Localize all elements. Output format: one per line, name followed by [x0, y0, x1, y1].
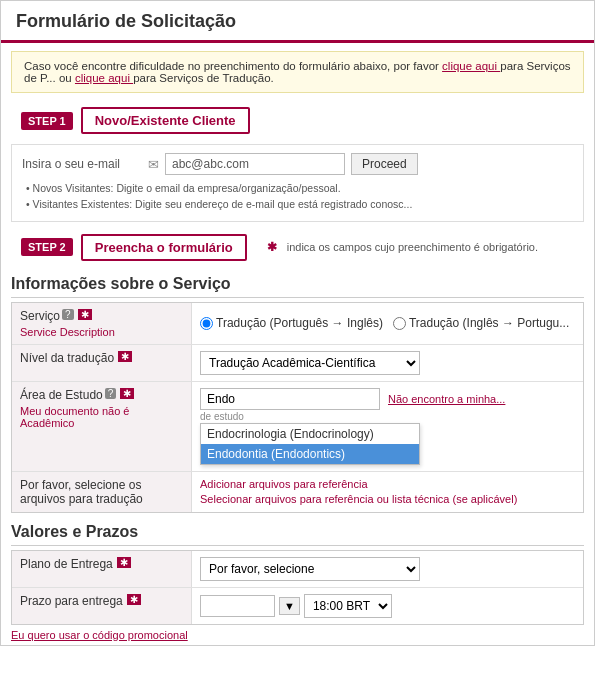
- de-estudo-hint: de estudo: [200, 411, 575, 422]
- email-hints: • Novos Visitantes: Digite o email da em…: [26, 181, 573, 213]
- label-nivel: Nível da tradução: [20, 351, 114, 365]
- help-icon-area[interactable]: ?: [105, 388, 117, 399]
- not-academic-link[interactable]: Meu documento não é Acadêmico: [20, 405, 183, 429]
- banner-link2[interactable]: clique aqui: [75, 72, 133, 84]
- page-title: Formulário de Solicitação: [16, 11, 579, 32]
- email-icon: ✉: [148, 157, 159, 172]
- step2-header-inner: STEP 2 Preencha o formulário: [11, 228, 257, 267]
- banner-text-after: para Serviços de Tradução.: [133, 72, 274, 84]
- file-links: Adicionar arquivos para referência Selec…: [200, 478, 575, 505]
- email-row: Insira o seu e-mail ✉ Proceed: [22, 153, 573, 175]
- service-description-link[interactable]: Service Description: [20, 326, 183, 338]
- radio-label-en-pt: Tradução (Inglês → Portugu...: [409, 316, 569, 330]
- label-area: Área de Estudo: [20, 388, 103, 402]
- help-icon-servico[interactable]: ?: [62, 309, 74, 320]
- input-cell-plano: Por favor, selecione: [192, 551, 583, 587]
- hint2: • Visitantes Existentes: Digite seu ende…: [26, 197, 573, 213]
- required-note: indica os campos cujo preenchimento é ob…: [287, 241, 538, 253]
- valores-section-title: Valores e Prazos: [11, 523, 584, 546]
- info-banner: Caso você encontre dificuldade no preenc…: [11, 51, 584, 93]
- banner-text-before: Caso você encontre dificuldade no preenc…: [24, 60, 442, 72]
- label-prazo: Prazo para entrega: [20, 594, 123, 608]
- not-found-link[interactable]: Não encontro a minha...: [388, 393, 505, 405]
- nivel-select[interactable]: Tradução Acadêmica-Científica: [200, 351, 420, 375]
- service-section-title: Informações sobre o Serviço: [11, 275, 584, 298]
- form-row-nivel: Nível da tradução ✱ Tradução Acadêmica-C…: [12, 345, 583, 382]
- select-reference-link[interactable]: Selecionar arquivos para referência ou l…: [200, 493, 575, 505]
- req-marker-nivel: ✱: [118, 351, 132, 362]
- autocomplete-item-endodontia[interactable]: Endodontia (Endodontics): [201, 444, 419, 464]
- datetime-row: ▼ 18:00 BRT: [200, 594, 575, 618]
- step1-badge: STEP 1: [21, 112, 73, 130]
- label-top-plano: Plano de Entrega ✱: [20, 557, 183, 571]
- add-reference-link[interactable]: Adicionar arquivos para referência: [200, 478, 575, 490]
- label-cell-nivel: Nível da tradução ✱: [12, 345, 192, 381]
- banner-link1[interactable]: clique aqui: [442, 60, 500, 72]
- required-star: ✱: [267, 240, 277, 254]
- input-cell-servico: Tradução (Português → Inglês) Tradução (…: [192, 303, 583, 344]
- step1-content: Insira o seu e-mail ✉ Proceed • Novos Vi…: [11, 144, 584, 222]
- input-cell-area: Não encontro a minha... de estudo Endocr…: [192, 382, 583, 471]
- input-cell-arquivos: Adicionar arquivos para referência Selec…: [192, 472, 583, 512]
- label-servico: Serviço: [20, 309, 60, 323]
- promo-link[interactable]: Eu quero usar o código promocional: [11, 629, 584, 641]
- label-top-area: Área de Estudo ? ✱: [20, 388, 183, 402]
- label-cell-servico: Serviço ? ✱ Service Description: [12, 303, 192, 344]
- req-marker-plano: ✱: [117, 557, 131, 568]
- label-cell-arquivos: Por favor, selecione os arquivos para tr…: [12, 472, 192, 512]
- label-cell-plano: Plano de Entrega ✱: [12, 551, 192, 587]
- time-select[interactable]: 18:00 BRT: [304, 594, 392, 618]
- form-row-servico: Serviço ? ✱ Service Description Tradução…: [12, 303, 583, 345]
- form-row-prazo: Prazo para entrega ✱ ▼ 18:00 BRT: [12, 588, 583, 624]
- label-cell-prazo: Prazo para entrega ✱: [12, 588, 192, 624]
- req-marker-area: ✱: [120, 388, 134, 399]
- proceed-button[interactable]: Proceed: [351, 153, 418, 175]
- label-arquivos: Por favor, selecione os arquivos para tr…: [20, 478, 183, 506]
- label-plano: Plano de Entrega: [20, 557, 113, 571]
- step1-title: Novo/Existente Cliente: [81, 107, 250, 134]
- label-top-arquivos: Por favor, selecione os arquivos para tr…: [20, 478, 183, 506]
- page-wrapper: Formulário de Solicitação Caso você enco…: [0, 0, 595, 646]
- plano-select[interactable]: Por favor, selecione: [200, 557, 420, 581]
- area-input[interactable]: [200, 388, 380, 410]
- radio-en-pt[interactable]: [393, 317, 406, 330]
- label-top-prazo: Prazo para entrega ✱: [20, 594, 183, 608]
- input-cell-nivel: Tradução Acadêmica-Científica: [192, 345, 583, 381]
- radio-option-pt-en[interactable]: Tradução (Português → Inglês): [200, 316, 383, 330]
- hint1: • Novos Visitantes: Digite o email da em…: [26, 181, 573, 197]
- req-marker-servico: ✱: [78, 309, 92, 320]
- radio-option-en-pt[interactable]: Tradução (Inglês → Portugu...: [393, 316, 569, 330]
- step2-header: STEP 2 Preencha o formulário ✱ indica os…: [11, 228, 584, 267]
- step2-badge: STEP 2: [21, 238, 73, 256]
- page-header: Formulário de Solicitação: [1, 1, 594, 43]
- radio-pt-en[interactable]: [200, 317, 213, 330]
- label-top-servico: Serviço ? ✱: [20, 309, 183, 323]
- form-row-area: Área de Estudo ? ✱ Meu documento não é A…: [12, 382, 583, 472]
- form-row-arquivos: Por favor, selecione os arquivos para tr…: [12, 472, 583, 512]
- email-input[interactable]: [165, 153, 345, 175]
- step2-title: Preencha o formulário: [81, 234, 247, 261]
- autocomplete-dropdown: Endocrinologia (Endocrinology) Endodonti…: [200, 423, 420, 465]
- form-row-plano: Plano de Entrega ✱ Por favor, selecione: [12, 551, 583, 588]
- radio-label-pt-en: Tradução (Português → Inglês): [216, 316, 383, 330]
- input-with-link-area: Não encontro a minha...: [200, 388, 575, 410]
- autocomplete-item-endocrinologia[interactable]: Endocrinologia (Endocrinology): [201, 424, 419, 444]
- label-cell-area: Área de Estudo ? ✱ Meu documento não é A…: [12, 382, 192, 471]
- label-top-nivel: Nível da tradução ✱: [20, 351, 183, 365]
- service-form-section: Serviço ? ✱ Service Description Tradução…: [11, 302, 584, 513]
- email-label: Insira o seu e-mail: [22, 157, 142, 171]
- req-marker-prazo: ✱: [127, 594, 141, 605]
- radio-row-servico: Tradução (Português → Inglês) Tradução (…: [200, 316, 575, 330]
- step1-header: STEP 1 Novo/Existente Cliente: [11, 101, 584, 140]
- date-picker-button[interactable]: ▼: [279, 597, 300, 615]
- input-cell-prazo: ▼ 18:00 BRT: [192, 588, 583, 624]
- valores-form-section: Plano de Entrega ✱ Por favor, selecione …: [11, 550, 584, 625]
- date-input[interactable]: [200, 595, 275, 617]
